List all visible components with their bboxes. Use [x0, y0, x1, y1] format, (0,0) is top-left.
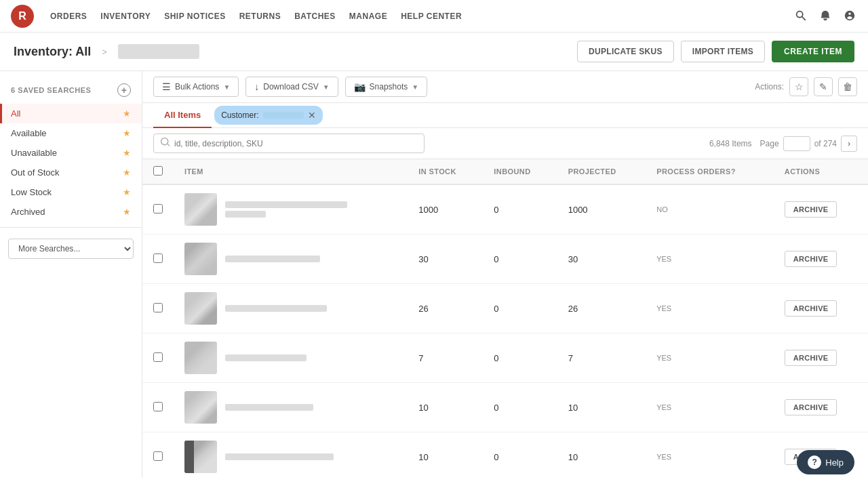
star-unavailable-icon[interactable]: ★ [123, 148, 131, 158]
star-available-icon[interactable]: ★ [123, 128, 131, 138]
download-csv-label: Download CSV [263, 82, 318, 92]
star-archived-icon[interactable]: ★ [123, 207, 131, 217]
star-all-icon[interactable]: ★ [123, 108, 131, 119]
search-bar-row: 6,848 Items Page 1 of 274 › [142, 128, 868, 159]
sidebar-item-available[interactable]: Available ★ [0, 123, 142, 143]
page-next-button[interactable]: › [841, 136, 857, 152]
duplicate-skus-button[interactable]: DUPLICATE SKUS [577, 41, 674, 62]
nav-ship-notices[interactable]: SHIP NOTICES [164, 12, 225, 21]
item-count: 6,848 Items [709, 139, 752, 148]
table-header-row: Item In Stock Inbound Projected Process … [142, 159, 868, 184]
app-logo[interactable]: R [11, 5, 34, 28]
sidebar: 6 SAVED SEARCHES + All ★ Available ★ Una… [0, 71, 142, 478]
snapshots-label: Snapshots [370, 82, 408, 92]
row-checkbox-3[interactable] [153, 352, 163, 362]
nav-links: ORDERS INVENTORY SHIP NOTICES RETURNS BA… [50, 12, 462, 21]
bulk-actions-icon: ☰ [162, 81, 171, 92]
title-divider: > [102, 47, 107, 57]
inventory-table: Item In Stock Inbound Projected Process … [142, 159, 868, 478]
more-searches-select[interactable]: More Searches... [8, 239, 134, 259]
total-pages-label: of 274 [814, 139, 837, 148]
page-number-input[interactable]: 1 [783, 136, 810, 151]
star-low-icon[interactable]: ★ [123, 187, 131, 197]
row-checkbox-1[interactable] [153, 253, 163, 263]
process-orders-5: YES [646, 432, 774, 479]
edit-action-button[interactable]: ✎ [814, 77, 833, 96]
inbound-4: 0 [483, 383, 557, 432]
item-title-bar-5 [225, 453, 334, 460]
inventory-table-wrap: Item In Stock Inbound Projected Process … [142, 159, 868, 478]
process-orders-4: YES [646, 383, 774, 432]
select-all-checkbox[interactable] [153, 166, 163, 176]
sidebar-all-label: All [11, 108, 20, 119]
row-checkbox-0[interactable] [153, 204, 163, 214]
row-checkbox-2[interactable] [153, 303, 163, 312]
help-button[interactable]: ? Help [797, 450, 854, 474]
archive-button-4[interactable]: ARCHIVE [785, 399, 837, 415]
nav-help-center[interactable]: HELP CENTER [401, 12, 462, 21]
item-title-bar-3 [225, 354, 307, 361]
add-saved-search-button[interactable]: + [117, 83, 131, 97]
item-title-1 [225, 256, 320, 262]
notifications-icon[interactable] [819, 9, 833, 23]
sidebar-archived-label: Archived [11, 207, 45, 217]
nav-orders[interactable]: ORDERS [50, 12, 87, 21]
star-oos-icon[interactable]: ★ [123, 167, 131, 178]
nav-inventory[interactable]: INVENTORY [100, 12, 151, 21]
sidebar-item-unavailable[interactable]: Unavailable ★ [0, 143, 142, 163]
archive-button-3[interactable]: ARCHIVE [785, 350, 837, 366]
sidebar-item-all-left: All [11, 108, 20, 119]
sidebar-item-low-stock[interactable]: Low Stock ★ [0, 182, 142, 202]
in-stock-1: 30 [408, 235, 483, 284]
row-checkbox-4[interactable] [153, 402, 163, 411]
in-stock-0: 1000 [408, 184, 483, 235]
search-icon[interactable] [795, 9, 808, 23]
customer-chip-remove[interactable]: ✕ [308, 110, 316, 121]
delete-action-button[interactable]: 🗑 [838, 77, 857, 96]
page-header: Inventory: All > DUPLICATE SKUS IMPORT I… [0, 33, 868, 71]
archive-button-1[interactable]: ARCHIVE [785, 251, 837, 267]
actions-cell-1: ARCHIVE [774, 235, 868, 284]
table-row: 30 0 30 YES ARCHIVE [142, 235, 868, 284]
sidebar-low-label: Low Stock [11, 187, 52, 197]
header-actions: DUPLICATE SKUS IMPORT ITEMS CREATE ITEM [577, 41, 854, 62]
sidebar-item-archived[interactable]: Archived ★ [0, 202, 142, 222]
sidebar-item-out-of-stock[interactable]: Out of Stock ★ [0, 163, 142, 182]
tab-all-items[interactable]: All Items [153, 103, 212, 128]
snapshots-icon: 📷 [354, 81, 366, 92]
nav-manage[interactable]: MANAGE [349, 12, 387, 21]
archive-button-0[interactable]: ARCHIVE [785, 201, 837, 218]
page-title: Inventory: All [14, 45, 91, 59]
bulk-actions-button[interactable]: ☰ Bulk Actions ▼ [153, 77, 239, 97]
row-checkbox-5[interactable] [153, 451, 163, 461]
in-stock-2: 26 [408, 284, 483, 333]
sidebar-header: 6 SAVED SEARCHES + [0, 79, 142, 104]
sidebar-item-all[interactable]: All ★ [0, 104, 142, 123]
customer-chip-label: Customer: [221, 110, 258, 120]
actions-cell-4: ARCHIVE [774, 383, 868, 432]
sidebar-item-archived-left: Archived [11, 207, 45, 217]
archive-button-2[interactable]: ARCHIVE [785, 300, 837, 317]
account-icon[interactable] [844, 9, 857, 23]
download-csv-button[interactable]: ↓ Download CSV ▼ [245, 77, 338, 97]
nav-right-icons [795, 9, 857, 23]
download-chevron: ▼ [323, 83, 330, 91]
create-item-button[interactable]: CREATE ITEM [772, 41, 854, 62]
star-action-button[interactable]: ☆ [789, 77, 808, 96]
bulk-actions-chevron: ▼ [223, 83, 230, 91]
nav-returns[interactable]: RETURNS [239, 12, 281, 21]
item-cell-2 [174, 284, 408, 333]
nav-batches[interactable]: BATCHES [294, 12, 336, 21]
import-items-button[interactable]: IMPORT ITEMS [681, 41, 765, 62]
sidebar-item-low-left: Low Stock [11, 187, 52, 197]
customer-chip-value-blurred [263, 112, 304, 119]
row-checkbox-cell [142, 184, 174, 235]
table-row: 10 0 10 YES ARCHIVE [142, 432, 868, 479]
toolbar-right: Actions: ☆ ✎ 🗑 [755, 77, 857, 96]
page-navigation: Page 1 of 274 › [760, 136, 857, 152]
snapshots-button[interactable]: 📷 Snapshots ▼ [345, 77, 428, 97]
search-icon-small [161, 138, 170, 149]
tab-customer-chip[interactable]: Customer: ✕ [214, 106, 322, 125]
download-icon: ↓ [254, 81, 259, 92]
search-input[interactable] [174, 139, 417, 148]
